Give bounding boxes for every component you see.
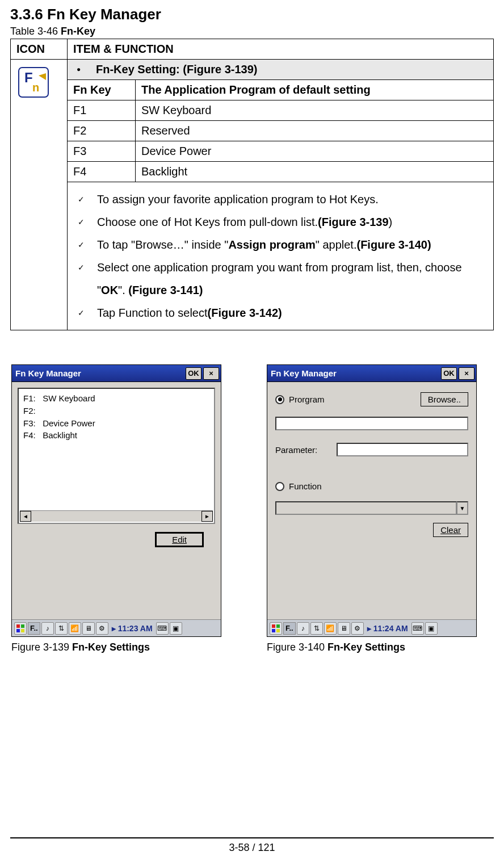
table-section-label-cell: Fn-Key Setting: (Figure 3-139): [68, 60, 494, 80]
table-note: ✓ Select one application program you wan…: [74, 256, 486, 301]
signal-icon[interactable]: 📶: [324, 622, 337, 635]
client-area-139: F1: SW Keyboard F2: F3: Device Power F4:…: [12, 382, 221, 619]
list-line: F4: Backlight: [23, 429, 209, 442]
table-caption: Table 3-46 Fn-Key: [10, 26, 494, 37]
program-path-field[interactable]: [275, 417, 468, 430]
svg-rect-8: [276, 624, 280, 628]
titlebar-139: Fn Key Manager OK ×: [12, 365, 221, 382]
note-mid: " applet.: [316, 238, 357, 251]
fn-key-cell: F4: [68, 162, 136, 182]
table-caption-prefix: Table 3-46: [10, 26, 61, 37]
signal-icon[interactable]: 📶: [69, 622, 81, 635]
footer-rule: [10, 837, 494, 838]
ok-button[interactable]: OK: [186, 367, 201, 380]
program-radio[interactable]: [275, 395, 284, 404]
fn-key-cell: F3: [68, 141, 136, 162]
note-mid: ".: [118, 284, 128, 296]
table-row: F1 SW Keyboard: [11, 100, 494, 121]
start-icon[interactable]: [14, 622, 27, 635]
keyboard-icon[interactable]: ⌨: [156, 622, 169, 635]
note-text: To tap "Browse…" inside ": [97, 238, 228, 251]
tray-icon[interactable]: ♪: [41, 622, 54, 635]
tray-icon[interactable]: ⚙: [96, 622, 108, 635]
svg-rect-6: [21, 629, 24, 632]
fn-key-cell: F1: [68, 100, 136, 121]
table-row: F3 Device Power: [11, 141, 494, 162]
running-app[interactable]: F..: [283, 622, 296, 635]
note-text: To assign your favorite application prog…: [97, 193, 379, 205]
function-radio-label: Function: [289, 481, 322, 491]
fn-app-cell: Reserved: [136, 121, 494, 141]
function-option-row: Function: [275, 481, 468, 491]
window-title: Fn Key Manager: [15, 368, 81, 378]
clear-button[interactable]: Clear: [433, 523, 468, 537]
h-scrollbar[interactable]: ◄ ►: [20, 510, 213, 522]
parameter-row: Parameter:: [275, 443, 468, 456]
browse-button[interactable]: Browse..: [421, 392, 468, 406]
table-caption-bold: Fn-Key: [61, 26, 95, 37]
windows-icon[interactable]: ▣: [425, 622, 438, 635]
taskbar-139: F.. ♪ ⇅ 📶 🖥 ⚙ ▸ 11:23 AM ⌨ ▣: [12, 619, 221, 636]
note-bold: (Figure 3-139: [318, 216, 388, 228]
table-note: ✓ To tap "Browse…" inside "Assign progra…: [74, 233, 486, 256]
edit-button[interactable]: Edit: [155, 532, 204, 547]
running-app[interactable]: F..: [28, 622, 40, 635]
fn-key-icon: F n: [16, 65, 51, 99]
function-combo[interactable]: ▼: [275, 501, 468, 515]
fnkey-table: ICON ITEM & FUNCTION F n Fn-Key Setting:…: [10, 39, 494, 330]
fn-app-cell: Device Power: [136, 141, 494, 162]
scroll-left-icon[interactable]: ◄: [20, 511, 31, 522]
figure-139: Fn Key Manager OK × F1: SW Keyboard F2: …: [11, 364, 221, 653]
note-bold: OK: [101, 284, 118, 296]
keyboard-icon[interactable]: ⌨: [411, 622, 424, 635]
caption-bold: Fn-Key Settings: [327, 641, 405, 653]
table-notes-cell: ✓ To assign your favorite application pr…: [68, 182, 494, 330]
fn-icon-cell: F n: [11, 60, 68, 330]
device-window-140: Fn Key Manager OK × Prorgram Browse.. Pa…: [267, 364, 477, 637]
svg-rect-9: [272, 629, 275, 632]
note-bold: Assign program: [228, 238, 315, 251]
function-combo-field: [275, 501, 457, 515]
table-note: ✓ Choose one of Hot Keys from pull-down …: [74, 211, 486, 233]
ok-button[interactable]: OK: [441, 367, 457, 380]
start-icon[interactable]: [270, 622, 282, 635]
function-radio[interactable]: [275, 482, 284, 491]
figure-140-caption: Figure 3-140 Fn-Key Settings: [267, 641, 477, 653]
fn-app-cell: Backlight: [136, 162, 494, 182]
tray-icon[interactable]: 🖥: [82, 622, 95, 635]
tray-icon[interactable]: 🖥: [338, 622, 350, 635]
fn-key-cell: F2: [68, 121, 136, 141]
caption-prefix: Figure 3-139: [11, 641, 72, 653]
taskbar-140: F.. ♪ ⇅ 📶 🖥 ⚙ ▸ 11:24 AM ⌨ ▣: [267, 619, 476, 636]
svg-rect-4: [21, 624, 24, 628]
caption-prefix: Figure 3-140: [267, 641, 327, 653]
scroll-track[interactable]: [31, 511, 201, 522]
tray-icon[interactable]: ♪: [297, 622, 309, 635]
list-line: F3: Device Power: [23, 417, 209, 430]
note-post: ): [389, 216, 393, 228]
table-row: F2 Reserved: [11, 121, 494, 141]
tray-icon[interactable]: ⇅: [310, 622, 323, 635]
titlebar-140: Fn Key Manager OK ×: [267, 365, 476, 382]
close-button[interactable]: ×: [203, 367, 219, 380]
table-section-row: F n Fn-Key Setting: (Figure 3-139): [11, 60, 494, 80]
clock[interactable]: ▸ 11:23 AM: [110, 624, 155, 633]
tray-icon[interactable]: ⚙: [351, 622, 364, 635]
bullet-icon: [73, 63, 96, 76]
svg-text:F: F: [24, 70, 33, 85]
close-button[interactable]: ×: [459, 367, 474, 380]
table-note: ✓ Tap Function to select(Figure 3-142): [74, 301, 486, 324]
scroll-right-icon[interactable]: ►: [201, 511, 213, 522]
windows-icon[interactable]: ▣: [170, 622, 182, 635]
note-bold2: (Figure 3-141): [128, 284, 203, 296]
tray-icon[interactable]: ⇅: [55, 622, 68, 635]
window-title: Fn Key Manager: [271, 368, 337, 378]
fnkey-listbox[interactable]: F1: SW Keyboard F2: F3: Device Power F4:…: [18, 388, 215, 524]
svg-rect-7: [272, 624, 275, 628]
chevron-down-icon[interactable]: ▼: [457, 501, 468, 515]
client-area-140: Prorgram Browse.. Parameter: Function ▼: [267, 382, 476, 619]
check-icon: ✓: [74, 211, 94, 233]
note-text: Tap Function to select: [97, 307, 208, 319]
parameter-field[interactable]: [337, 443, 468, 456]
clock[interactable]: ▸ 11:24 AM: [365, 624, 410, 633]
